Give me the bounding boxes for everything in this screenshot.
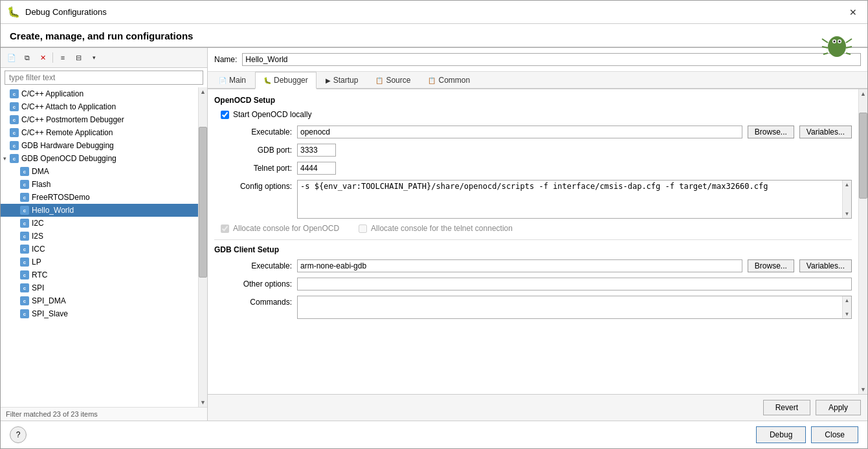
gdb-executable-input[interactable] [297,259,742,272]
window-close-button[interactable]: ✕ [845,6,861,19]
tree-item-i2c[interactable]: cI2C [1,217,198,230]
commands-scrollbar[interactable]: ▲ ▼ [842,296,851,318]
main-content: 📄 ⧉ ✕ ≡ ⊟ ▾ cC/C++ Application cC/C++ At… [1,47,867,421]
apply-button[interactable]: Apply [816,400,861,415]
config-scroll-track [859,98,867,385]
tree-item-dma[interactable]: cDMA [1,165,198,178]
footer-left: ? [10,426,27,443]
svg-line-4 [823,53,828,54]
expand-button[interactable]: ▾ [87,50,101,65]
telnet-port-row: Telnet port: [214,162,852,175]
tab-debugger-icon: 🐛 [263,77,271,84]
tree-label-gdb-openocd: GDB OpenOCD Debugging [21,154,117,163]
gdb-section-header: GDB Client Setup [214,239,852,254]
gdb-variables-button[interactable]: Variables... [799,259,852,272]
help-button[interactable]: ? [10,426,27,443]
textarea-scrollbar[interactable]: ▲ ▼ [842,181,851,218]
tree-item-cpp-remote[interactable]: cC/C++ Remote Application [1,126,198,139]
tree-item-gdb-openocd[interactable]: ▾cGDB OpenOCD Debugging [1,152,198,165]
executable-input[interactable] [297,126,742,138]
debug-button[interactable]: Debug [756,426,806,443]
tree-item-flash[interactable]: cFlash [1,178,198,191]
gdb-executable-row: Executable: Browse... Variables... [214,259,852,272]
tab-main[interactable]: 📄Main [210,72,254,88]
tree-icon-lp: c [20,257,29,267]
svg-line-6 [846,47,852,48]
name-row: Name: [208,48,867,72]
config-options-input[interactable] [298,181,851,218]
gdb-browse-button[interactable]: Browse... [748,259,794,272]
tab-common[interactable]: 📋Common [419,72,478,88]
filter-input[interactable] [5,71,203,85]
tree-item-lp[interactable]: cLP [1,256,198,268]
tree-icon-flash: c [20,180,29,189]
tree-item-icc[interactable]: cICC [1,243,198,256]
tree-item-cpp-postmortem[interactable]: cC/C++ Postmortem Debugger [1,113,198,126]
duplicate-button[interactable]: ⧉ [20,50,34,65]
revert-button[interactable]: Revert [763,400,810,415]
commands-input[interactable] [298,296,851,318]
tree-expand-gdb-openocd[interactable]: ▾ [3,155,10,162]
tree-label-icc: ICC [32,245,45,254]
config-scroll-thumb[interactable] [859,113,867,199]
tab-common-icon: 📋 [428,77,436,84]
config-scroll-wrap: OpenOCD Setup Start OpenOCD locally Exec… [208,89,867,394]
tree-item-hello-world[interactable]: cHello_World [1,204,198,217]
filter-button[interactable]: ≡ [56,50,70,65]
delete-button[interactable]: ✕ [36,50,50,65]
collapse-button[interactable]: ⊟ [71,50,85,65]
tree-item-freertos[interactable]: cFreeRTOSDemo [1,191,198,204]
tree-item-rtc[interactable]: cRTC [1,268,198,281]
name-input[interactable] [242,53,861,66]
tree-label-i2c: I2C [32,219,44,228]
tree-item-spi-slave[interactable]: cSPI_Slave [1,307,198,320]
ocd-browse-button[interactable]: Browse... [748,126,794,138]
tree-item-spi[interactable]: cSPI [1,281,198,294]
tree-scroll-wrap: cC/C++ Application cC/C++ Attach to Appl… [1,87,207,407]
config-scrollbar[interactable]: ▲ ▼ [858,89,867,394]
tab-startup[interactable]: ▶Startup [317,72,367,88]
name-label: Name: [214,55,237,64]
tabs-row: 📄Main🐛Debugger▶Startup📋Source📋Common [208,72,867,89]
tree-label-cpp-attach: C/C++ Attach to Application [21,102,116,111]
footer-close-button[interactable]: Close [811,426,858,443]
filter-status: Filter matched 23 of 23 items [1,407,207,421]
config-options-label: Config options: [214,180,292,191]
tree-icon-hello-world: c [20,206,29,215]
svg-line-3 [822,47,828,48]
tree-item-gdb-hardware[interactable]: cGDB Hardware Debugging [1,139,198,152]
title-bar-left: 🐛 Debug Configurations [7,6,107,18]
tree-icon-i2c: c [20,219,29,228]
scroll-track [199,96,207,398]
gdb-port-input[interactable] [297,144,336,157]
other-options-input[interactable] [297,278,852,290]
gdb-port-row: GDB port: [214,144,852,157]
tree-item-cpp-app[interactable]: cC/C++ Application [1,87,198,100]
allocate-telnet-checkbox[interactable] [359,224,367,233]
tree-item-cpp-attach[interactable]: cC/C++ Attach to Application [1,100,198,113]
allocate-openocd-checkbox[interactable] [221,224,229,233]
tab-debugger[interactable]: 🐛Debugger [255,72,317,89]
tree-item-i2s[interactable]: cI2S [1,230,198,243]
allocate-row: Allocate console for OpenOCD Allocate co… [221,224,852,233]
tree-label-spi: SPI [32,283,44,292]
new-config-button[interactable]: 📄 [5,50,19,65]
tree-icon-dma: c [20,167,29,176]
start-locally-checkbox[interactable] [221,111,229,119]
tree-item-spi-dma[interactable]: cSPI_DMA [1,294,198,307]
tree-icon-freertos: c [20,193,29,202]
other-options-row: Other options: [214,278,852,290]
tree-scrollbar[interactable]: ▲ ▼ [198,87,207,407]
scroll-thumb[interactable] [199,127,207,278]
allocate-telnet-label: Allocate console for the telnet connecti… [371,224,513,233]
ocd-variables-button[interactable]: Variables... [799,126,852,138]
tab-source[interactable]: 📋Source [367,72,419,88]
tab-main-icon: 📄 [219,77,227,84]
telnet-port-input[interactable] [297,162,336,175]
tree-icon-cpp-app: c [10,89,19,98]
executable-row: Executable: Browse... Variables... [214,126,852,138]
config-options-wrapper: ▲ ▼ [297,180,852,219]
tree-icon-gdb-hardware: c [10,141,19,150]
footer-right: Debug Close [756,426,858,443]
tree-label-cpp-postmortem: C/C++ Postmortem Debugger [21,115,124,124]
